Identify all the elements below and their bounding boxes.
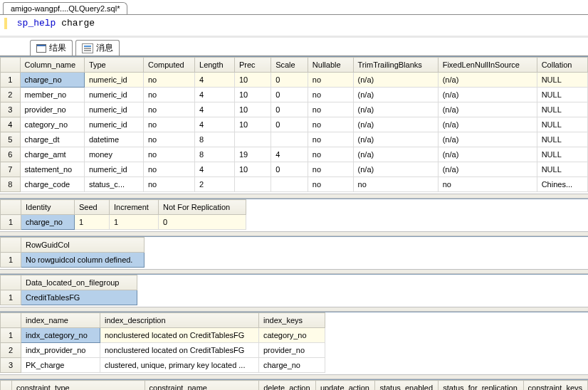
cell[interactable]: (n/a) — [353, 88, 438, 102]
row-number[interactable]: 1 — [1, 290, 21, 305]
table-row[interactable]: 1indx_category_nononclustered located on… — [1, 328, 325, 343]
cell[interactable]: 10 — [234, 117, 271, 132]
col-header[interactable]: RowGuidCol — [21, 238, 145, 253]
cell[interactable]: 0 — [271, 73, 308, 88]
table-row[interactable]: 7statement_nonumeric_idno4100no(n/a)(n/a… — [1, 162, 588, 177]
cell[interactable]: no — [143, 132, 194, 147]
cell[interactable]: 0 — [159, 215, 246, 230]
cell[interactable]: (n/a) — [438, 147, 537, 162]
cell[interactable]: nonclustered located on CreditTablesFG — [100, 328, 259, 343]
cell[interactable]: No rowguidcol column defined. — [21, 253, 145, 268]
cell[interactable]: 4 — [195, 102, 235, 117]
row-number[interactable]: 3 — [1, 102, 21, 117]
cell[interactable]: charge_no — [20, 73, 84, 88]
table-row[interactable]: 5charge_dtdatetimeno8no(n/a)(n/a)NULL — [1, 132, 588, 147]
grid-separator[interactable] — [0, 269, 588, 274]
row-number[interactable]: 1 — [1, 328, 21, 343]
row-number[interactable]: 1 — [1, 215, 21, 230]
cell[interactable]: CreditTablesFG — [21, 290, 137, 305]
col-header[interactable]: Column_name — [20, 58, 84, 73]
col-header[interactable]: Scale — [271, 58, 308, 73]
row-number[interactable]: 2 — [1, 343, 21, 358]
col-header[interactable]: constraint_name — [145, 381, 259, 390]
cell[interactable]: 1 — [75, 215, 110, 230]
cell[interactable]: numeric_id — [84, 117, 143, 132]
cell[interactable]: (n/a) — [438, 132, 537, 147]
cell[interactable] — [271, 132, 308, 147]
cell[interactable]: (n/a) — [353, 132, 438, 147]
cell[interactable]: no — [308, 147, 353, 162]
row-number[interactable]: 1 — [1, 253, 21, 268]
filegroup-grid[interactable]: Data_located_on_filegroup 1 CreditTables… — [0, 274, 588, 305]
row-number[interactable]: 8 — [1, 177, 21, 192]
cell[interactable]: (n/a) — [438, 162, 537, 177]
col-header[interactable]: update_action — [315, 381, 375, 390]
cell[interactable]: (n/a) — [438, 117, 537, 132]
col-header[interactable]: index_keys — [259, 313, 325, 328]
cell[interactable] — [234, 177, 271, 192]
cell[interactable]: status_c... — [84, 177, 143, 192]
row-number[interactable]: 4 — [1, 117, 21, 132]
cell[interactable] — [234, 132, 271, 147]
cell[interactable]: no — [308, 73, 353, 88]
cell[interactable]: no — [308, 132, 353, 147]
cell[interactable]: provider_no — [259, 343, 325, 358]
row-number[interactable]: 7 — [1, 162, 21, 177]
cell[interactable]: 8 — [195, 132, 235, 147]
cell[interactable]: 4 — [195, 88, 235, 102]
cell[interactable]: NULL — [537, 102, 587, 117]
cell[interactable]: nonclustered located on CreditTablesFG — [100, 343, 259, 358]
row-number[interactable]: 5 — [1, 132, 21, 147]
table-row[interactable]: 1 charge_no 1 1 0 — [1, 215, 246, 230]
constraints-grid[interactable]: constraint_type constraint_name delete_a… — [0, 379, 588, 390]
tab-results[interactable]: 结果 — [30, 40, 73, 56]
cell[interactable]: category_no — [20, 117, 84, 132]
col-header[interactable]: Collation — [537, 58, 587, 73]
table-row[interactable]: 1 CreditTablesFG — [1, 290, 137, 305]
cell[interactable]: 4 — [195, 162, 235, 177]
cell[interactable]: (n/a) — [353, 102, 438, 117]
col-header[interactable]: Type — [84, 58, 143, 73]
table-row[interactable]: 4category_nonumeric_idno4100no(n/a)(n/a)… — [1, 117, 588, 132]
cell[interactable]: no — [143, 73, 194, 88]
cell[interactable]: provider_no — [20, 102, 84, 117]
col-header[interactable]: Nullable — [308, 58, 353, 73]
cell[interactable]: indx_category_no — [21, 328, 100, 343]
cell[interactable]: numeric_id — [84, 88, 143, 102]
cell[interactable]: NULL — [537, 132, 587, 147]
cell[interactable]: category_no — [259, 328, 325, 343]
cell[interactable]: 8 — [195, 147, 235, 162]
cell[interactable]: 2 — [195, 177, 235, 192]
cell[interactable]: (n/a) — [438, 102, 537, 117]
cell[interactable]: 0 — [271, 88, 308, 102]
grid-separator[interactable] — [0, 231, 588, 236]
col-header[interactable]: index_name — [21, 313, 100, 328]
grid-separator[interactable] — [0, 307, 588, 312]
cell[interactable]: member_no — [20, 88, 84, 102]
cell[interactable]: 10 — [234, 88, 271, 102]
identity-grid[interactable]: Identity Seed Increment Not For Replicat… — [0, 199, 588, 230]
col-header[interactable]: index_description — [100, 313, 259, 328]
cell[interactable]: (n/a) — [353, 117, 438, 132]
cell[interactable]: numeric_id — [84, 162, 143, 177]
cell[interactable]: no — [308, 162, 353, 177]
col-header[interactable]: Prec — [234, 58, 271, 73]
cell[interactable]: indx_provider_no — [21, 343, 100, 358]
cell[interactable]: (n/a) — [438, 73, 537, 88]
col-header[interactable]: Seed — [75, 200, 110, 215]
rowguidcol-grid[interactable]: RowGuidCol 1 No rowguidcol column define… — [0, 236, 588, 268]
cell[interactable]: no — [143, 117, 194, 132]
cell[interactable]: Chines... — [537, 177, 587, 192]
cell[interactable]: (n/a) — [438, 88, 537, 102]
col-header[interactable]: status_enabled — [375, 381, 439, 390]
table-row[interactable]: 2indx_provider_nononclustered located on… — [1, 343, 325, 358]
cell[interactable]: NULL — [537, 117, 587, 132]
grid-separator[interactable] — [0, 374, 588, 379]
cell[interactable]: (n/a) — [353, 162, 438, 177]
cell[interactable]: 10 — [234, 162, 271, 177]
table-row[interactable]: 3provider_nonumeric_idno4100no(n/a)(n/a)… — [1, 102, 588, 117]
results-pane[interactable]: Column_name Type Computed Length Prec Sc… — [0, 56, 588, 390]
cell[interactable]: NULL — [537, 88, 587, 102]
col-header[interactable]: Not For Replication — [159, 200, 246, 215]
cell[interactable]: no — [143, 88, 194, 102]
